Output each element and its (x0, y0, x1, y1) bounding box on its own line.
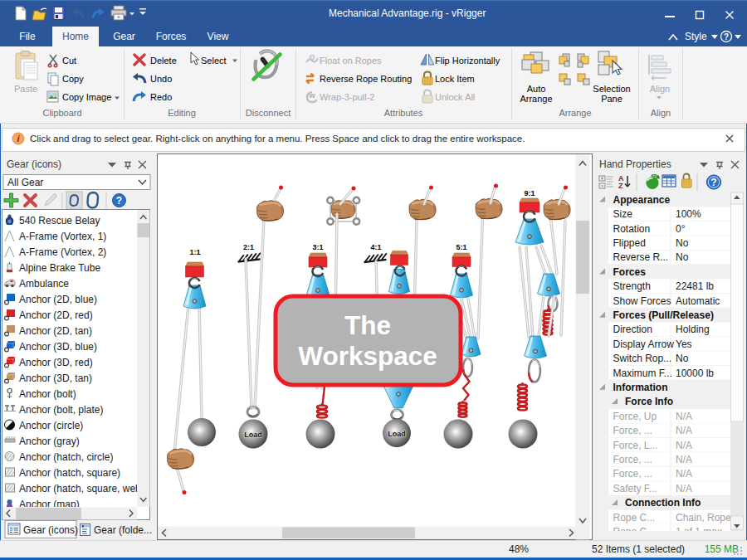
svg-text:Chain, Rope: Chain, Rope (676, 512, 731, 523)
svg-text:N/A: N/A (676, 440, 692, 451)
svg-text:Anchor (hatch, circle): Anchor (hatch, circle) (19, 451, 113, 463)
svg-text:Load: Load (388, 430, 406, 438)
svg-text:Force, ...: Force, ... (613, 468, 652, 480)
svg-text:Anchor (hatch, square, web): Anchor (hatch, square, web) (19, 483, 144, 494)
svg-text:Yes: Yes (676, 338, 692, 350)
svg-text:Style: Style (685, 31, 707, 42)
svg-text:Flipped: Flipped (613, 237, 646, 249)
svg-text:Cut: Cut (62, 56, 76, 66)
svg-text:Force Info: Force Info (625, 396, 673, 407)
svg-text:Anchor (3D, red): Anchor (3D, red) (19, 357, 93, 368)
svg-text:9:1: 9:1 (524, 189, 535, 197)
svg-text:Connection Info: Connection Info (625, 497, 701, 509)
svg-text:3:1: 3:1 (312, 243, 323, 251)
svg-text:N/A: N/A (676, 454, 692, 465)
svg-text:N/A: N/A (676, 468, 692, 480)
svg-text:Anchor (bolt): Anchor (bolt) (19, 388, 76, 400)
svg-text:Delete: Delete (150, 56, 177, 66)
svg-text:Lock Item: Lock Item (435, 74, 475, 84)
svg-text:No: No (676, 353, 689, 364)
svg-text:0°: 0° (676, 223, 686, 235)
svg-text:Forces: Forces (613, 266, 647, 278)
svg-text:Automatic: Automatic (676, 295, 720, 307)
svg-text:Copy: Copy (62, 74, 84, 84)
svg-text:The: The (344, 310, 391, 340)
svg-text:Strength: Strength (613, 280, 651, 292)
svg-text:10000 lb: 10000 lb (676, 368, 714, 379)
svg-text:Force, Up: Force, Up (613, 411, 657, 422)
svg-text:Undo: Undo (150, 74, 172, 84)
svg-text:?: ? (724, 32, 729, 41)
svg-text:Anchor (2D, tan): Anchor (2D, tan) (19, 325, 92, 337)
svg-text:Select: Select (201, 56, 227, 66)
svg-text:Flip Horizontally: Flip Horizontally (435, 56, 500, 66)
svg-text:Arrange: Arrange (520, 94, 552, 104)
svg-text:N/A: N/A (676, 411, 692, 422)
svg-text:?: ? (116, 195, 122, 207)
svg-text:No: No (676, 237, 689, 249)
svg-text:4:1: 4:1 (370, 243, 381, 251)
svg-text:Redo: Redo (150, 92, 172, 102)
svg-text:N/A: N/A (676, 483, 692, 494)
svg-text:Float on Ropes: Float on Ropes (320, 56, 382, 66)
svg-text:Anchor (2D, red): Anchor (2D, red) (19, 309, 93, 321)
svg-text:Anchor (3D, blue): Anchor (3D, blue) (19, 341, 97, 353)
svg-text:Align: Align (650, 84, 670, 94)
svg-text:Holding: Holding (676, 324, 710, 335)
svg-text:Auto: Auto (527, 84, 546, 94)
svg-text:Reverse Rope Routing: Reverse Rope Routing (320, 74, 412, 84)
svg-text:Anchor (gray): Anchor (gray) (19, 436, 80, 447)
svg-text:W: W (309, 92, 315, 100)
svg-text:Display Arrow: Display Arrow (613, 338, 675, 350)
svg-text:22481 lb: 22481 lb (676, 280, 714, 292)
svg-text:540 Rescue Belay: 540 Rescue Belay (19, 215, 100, 226)
svg-text:A-Frame (Vortex, 1): A-Frame (Vortex, 1) (19, 231, 106, 242)
svg-text:Anchor (3D, tan): Anchor (3D, tan) (19, 373, 92, 384)
svg-text:Rotation: Rotation (613, 223, 651, 235)
svg-text:Gear (icons): Gear (icons) (23, 524, 78, 536)
svg-text:A-Frame (Vortex, 2): A-Frame (Vortex, 2) (19, 246, 106, 258)
svg-text:Load: Load (244, 431, 262, 439)
svg-text:Rope C...: Rope C... (613, 526, 656, 538)
svg-text:Workspace: Workspace (298, 341, 437, 371)
svg-text:No: No (676, 251, 689, 263)
svg-text:Switch Rop...: Switch Rop... (613, 353, 672, 364)
svg-text:Rope C...: Rope C... (613, 512, 656, 523)
svg-text:Safety F...: Safety F... (613, 483, 657, 494)
svg-text:Pane: Pane (601, 94, 622, 104)
svg-text:Anchor (2D, blue): Anchor (2D, blue) (19, 294, 97, 305)
svg-text:Anchor (bolt, plate): Anchor (bolt, plate) (19, 404, 103, 416)
svg-text:Maximum F...: Maximum F... (613, 368, 672, 379)
svg-text:Force, ...: Force, ... (613, 454, 652, 465)
svg-text:Size: Size (613, 208, 633, 220)
svg-text:100%: 100% (676, 208, 701, 220)
svg-text:?: ? (710, 177, 716, 188)
svg-text:Alpine Brake Tube: Alpine Brake Tube (19, 262, 100, 274)
svg-text:Paste: Paste (14, 84, 37, 94)
svg-text:Force, ...: Force, ... (613, 425, 652, 436)
svg-text:N/A: N/A (676, 425, 692, 436)
svg-text:Hand Properties: Hand Properties (599, 158, 671, 170)
svg-text:Z: Z (618, 182, 623, 190)
svg-text:1 of 1 max: 1 of 1 max (676, 526, 722, 538)
svg-text:5:1: 5:1 (456, 243, 466, 251)
svg-text:Selection: Selection (593, 84, 630, 94)
svg-text:Gear (folde...: Gear (folde... (94, 524, 152, 536)
svg-text:Show Forces: Show Forces (613, 295, 671, 307)
svg-text:Ambulance: Ambulance (19, 278, 69, 290)
svg-text:Gear (icons): Gear (icons) (7, 158, 61, 170)
svg-text:2:1: 2:1 (243, 243, 254, 251)
svg-text:Direction: Direction (613, 324, 652, 335)
svg-text:Appearance: Appearance (613, 194, 671, 206)
svg-text:Information: Information (613, 382, 668, 393)
svg-text:Wrap-3-pull-2: Wrap-3-pull-2 (320, 92, 374, 102)
svg-text:Reverse R...: Reverse R... (613, 251, 669, 263)
svg-text:Anchor (circle): Anchor (circle) (19, 420, 83, 431)
svg-text:All Gear: All Gear (7, 177, 43, 188)
svg-text:Anchor (hatch, square): Anchor (hatch, square) (19, 467, 120, 479)
svg-text:Copy Image: Copy Image (62, 92, 111, 102)
svg-text:Force, L...: Force, L... (613, 440, 658, 451)
svg-text:1:1: 1:1 (189, 248, 200, 256)
svg-text:Forces (Pull/Release): Forces (Pull/Release) (613, 309, 714, 321)
svg-text:Unlock All: Unlock All (435, 92, 475, 102)
